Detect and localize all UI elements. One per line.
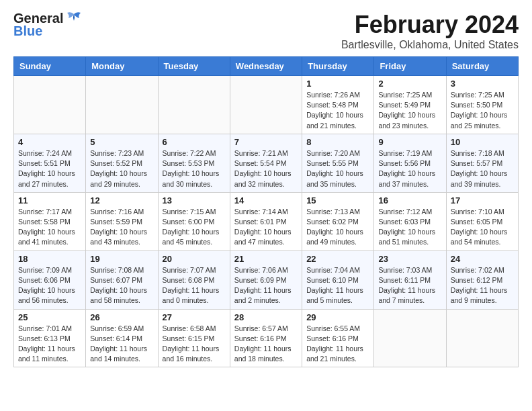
day-info: Sunrise: 6:57 AM Sunset: 6:16 PM Dayligh… [234, 324, 298, 365]
day-info: Sunrise: 7:24 AM Sunset: 5:51 PM Dayligh… [18, 148, 81, 189]
calendar-cell: 16Sunrise: 7:12 AM Sunset: 6:03 PM Dayli… [374, 192, 446, 250]
calendar-cell: 13Sunrise: 7:15 AM Sunset: 6:00 PM Dayli… [158, 192, 230, 250]
calendar-cell: 29Sunrise: 6:55 AM Sunset: 6:16 PM Dayli… [302, 309, 374, 367]
calendar-cell: 8Sunrise: 7:20 AM Sunset: 5:55 PM Daylig… [302, 134, 374, 192]
calendar-cell: 10Sunrise: 7:18 AM Sunset: 5:57 PM Dayli… [446, 134, 518, 192]
day-info: Sunrise: 7:15 AM Sunset: 6:00 PM Dayligh… [163, 207, 226, 248]
calendar-cell: 14Sunrise: 7:14 AM Sunset: 6:01 PM Dayli… [230, 192, 302, 250]
title-area: February 2024 Bartlesville, Oklahoma, Un… [341, 11, 519, 51]
day-number: 5 [90, 137, 153, 147]
day-info: Sunrise: 7:17 AM Sunset: 5:58 PM Dayligh… [18, 207, 81, 248]
calendar-cell [374, 309, 446, 367]
calendar-cell: 9Sunrise: 7:19 AM Sunset: 5:56 PM Daylig… [374, 134, 446, 192]
calendar-cell: 11Sunrise: 7:17 AM Sunset: 5:58 PM Dayli… [14, 192, 86, 250]
day-number: 19 [90, 254, 153, 264]
weekday-header-tuesday: Tuesday [158, 57, 230, 76]
day-info: Sunrise: 7:04 AM Sunset: 6:10 PM Dayligh… [306, 265, 369, 306]
logo-blue-text: Blue [13, 24, 42, 39]
day-number: 7 [234, 137, 298, 147]
calendar-cell: 1Sunrise: 7:26 AM Sunset: 5:48 PM Daylig… [302, 76, 374, 134]
day-info: Sunrise: 7:19 AM Sunset: 5:56 PM Dayligh… [378, 148, 441, 189]
day-info: Sunrise: 7:23 AM Sunset: 5:52 PM Dayligh… [90, 148, 153, 189]
day-number: 22 [306, 254, 369, 264]
calendar-cell: 7Sunrise: 7:21 AM Sunset: 5:54 PM Daylig… [230, 134, 302, 192]
day-info: Sunrise: 7:22 AM Sunset: 5:53 PM Dayligh… [163, 148, 226, 189]
day-info: Sunrise: 6:58 AM Sunset: 6:15 PM Dayligh… [163, 324, 226, 365]
day-number: 15 [306, 195, 369, 205]
day-info: Sunrise: 7:16 AM Sunset: 5:59 PM Dayligh… [90, 207, 153, 248]
day-info: Sunrise: 7:01 AM Sunset: 6:13 PM Dayligh… [18, 324, 81, 365]
day-number: 8 [306, 137, 369, 147]
calendar-header-row: SundayMondayTuesdayWednesdayThursdayFrid… [14, 57, 519, 76]
calendar-cell: 26Sunrise: 6:59 AM Sunset: 6:14 PM Dayli… [86, 309, 158, 367]
calendar-week-3: 11Sunrise: 7:17 AM Sunset: 5:58 PM Dayli… [14, 192, 519, 250]
day-info: Sunrise: 7:07 AM Sunset: 6:08 PM Dayligh… [163, 265, 226, 306]
calendar-cell: 23Sunrise: 7:03 AM Sunset: 6:11 PM Dayli… [374, 250, 446, 309]
day-number: 14 [234, 195, 298, 205]
day-number: 18 [18, 254, 81, 264]
day-number: 24 [451, 254, 514, 264]
calendar-cell: 28Sunrise: 6:57 AM Sunset: 6:16 PM Dayli… [230, 309, 302, 367]
calendar-cell: 12Sunrise: 7:16 AM Sunset: 5:59 PM Dayli… [86, 192, 158, 250]
logo-bird-icon [64, 11, 83, 26]
location-title: Bartlesville, Oklahoma, United States [341, 39, 519, 51]
weekday-header-sunday: Sunday [14, 57, 86, 76]
day-info: Sunrise: 7:08 AM Sunset: 6:07 PM Dayligh… [90, 265, 153, 306]
day-info: Sunrise: 7:26 AM Sunset: 5:48 PM Dayligh… [306, 90, 369, 131]
calendar-week-2: 4Sunrise: 7:24 AM Sunset: 5:51 PM Daylig… [14, 134, 519, 192]
day-number: 13 [163, 195, 226, 205]
calendar-cell [86, 76, 158, 134]
day-number: 29 [306, 312, 369, 322]
calendar-cell: 22Sunrise: 7:04 AM Sunset: 6:10 PM Dayli… [302, 250, 374, 309]
calendar-cell: 19Sunrise: 7:08 AM Sunset: 6:07 PM Dayli… [86, 250, 158, 309]
day-info: Sunrise: 7:18 AM Sunset: 5:57 PM Dayligh… [451, 148, 514, 189]
day-number: 20 [163, 254, 226, 264]
day-number: 3 [451, 79, 514, 89]
day-info: Sunrise: 7:25 AM Sunset: 5:50 PM Dayligh… [451, 90, 514, 131]
weekday-header-friday: Friday [374, 57, 446, 76]
day-number: 23 [378, 254, 441, 264]
day-number: 26 [90, 312, 153, 322]
day-number: 21 [234, 254, 298, 264]
calendar-cell [446, 309, 518, 367]
day-info: Sunrise: 7:14 AM Sunset: 6:01 PM Dayligh… [234, 207, 298, 248]
calendar-cell: 17Sunrise: 7:10 AM Sunset: 6:05 PM Dayli… [446, 192, 518, 250]
day-number: 12 [90, 195, 153, 205]
day-info: Sunrise: 7:02 AM Sunset: 6:12 PM Dayligh… [451, 265, 514, 306]
day-number: 25 [18, 312, 81, 322]
day-number: 9 [378, 137, 441, 147]
day-info: Sunrise: 7:10 AM Sunset: 6:05 PM Dayligh… [451, 207, 514, 248]
calendar-cell [14, 76, 86, 134]
day-number: 10 [451, 137, 514, 147]
calendar-cell: 21Sunrise: 7:06 AM Sunset: 6:09 PM Dayli… [230, 250, 302, 309]
page-header: General Blue February 2024 Bartlesville,… [13, 11, 519, 51]
calendar-cell [230, 76, 302, 134]
weekday-header-thursday: Thursday [302, 57, 374, 76]
weekday-header-saturday: Saturday [446, 57, 518, 76]
day-number: 27 [163, 312, 226, 322]
calendar-cell: 15Sunrise: 7:13 AM Sunset: 6:02 PM Dayli… [302, 192, 374, 250]
calendar-cell: 3Sunrise: 7:25 AM Sunset: 5:50 PM Daylig… [446, 76, 518, 134]
calendar-cell: 25Sunrise: 7:01 AM Sunset: 6:13 PM Dayli… [14, 309, 86, 367]
month-title: February 2024 [341, 11, 519, 39]
calendar-cell: 20Sunrise: 7:07 AM Sunset: 6:08 PM Dayli… [158, 250, 230, 309]
day-number: 6 [163, 137, 226, 147]
calendar-cell: 24Sunrise: 7:02 AM Sunset: 6:12 PM Dayli… [446, 250, 518, 309]
day-number: 17 [451, 195, 514, 205]
calendar-cell: 2Sunrise: 7:25 AM Sunset: 5:49 PM Daylig… [374, 76, 446, 134]
calendar-week-1: 1Sunrise: 7:26 AM Sunset: 5:48 PM Daylig… [14, 76, 519, 134]
day-info: Sunrise: 7:12 AM Sunset: 6:03 PM Dayligh… [378, 207, 441, 248]
day-number: 28 [234, 312, 298, 322]
day-number: 11 [18, 195, 81, 205]
calendar-table: SundayMondayTuesdayWednesdayThursdayFrid… [13, 56, 519, 367]
day-info: Sunrise: 7:25 AM Sunset: 5:49 PM Dayligh… [378, 90, 441, 131]
calendar-cell: 5Sunrise: 7:23 AM Sunset: 5:52 PM Daylig… [86, 134, 158, 192]
day-number: 16 [378, 195, 441, 205]
weekday-header-wednesday: Wednesday [230, 57, 302, 76]
calendar-cell: 4Sunrise: 7:24 AM Sunset: 5:51 PM Daylig… [14, 134, 86, 192]
day-info: Sunrise: 7:21 AM Sunset: 5:54 PM Dayligh… [234, 148, 298, 189]
day-info: Sunrise: 6:55 AM Sunset: 6:16 PM Dayligh… [306, 324, 369, 365]
day-info: Sunrise: 7:09 AM Sunset: 6:06 PM Dayligh… [18, 265, 81, 306]
calendar-week-5: 25Sunrise: 7:01 AM Sunset: 6:13 PM Dayli… [14, 309, 519, 367]
calendar-cell: 6Sunrise: 7:22 AM Sunset: 5:53 PM Daylig… [158, 134, 230, 192]
